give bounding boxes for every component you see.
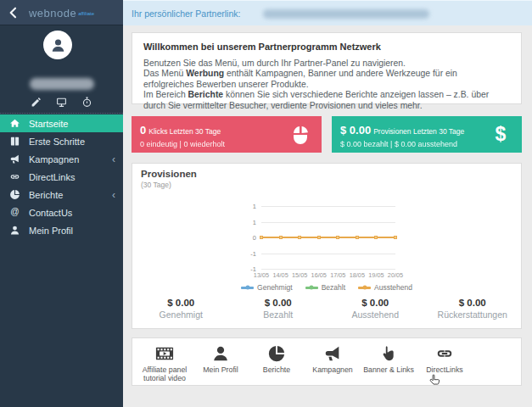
sidebar-item-label: Mein Profil [29, 226, 73, 236]
x-tick-label: 15/05 [292, 271, 307, 279]
sidebar-header: webnodeaffiliate [0, 0, 123, 25]
chart-stats-row: $ 0.00Genehmigt$ 0.00Bezahlt$ 0.00Ausste… [132, 298, 521, 320]
chart-stat-bezahlt: $ 0.00Bezahlt [230, 298, 328, 320]
shortcut-label: Berichte [263, 366, 290, 375]
user-icon [9, 225, 20, 236]
chart-title: Provisionen [141, 169, 197, 179]
legend-item-genehmigt[interactable]: Genehmigt [241, 283, 293, 292]
stat-label: Bezahlt [230, 309, 328, 320]
clicks-stat-card[interactable]: 0Klicks Letzten 30 Tage 0 eindeutig | 0 … [132, 116, 322, 153]
sidebar-item-startseite[interactable]: Startseite [0, 114, 123, 132]
welcome-line: Benutzen Sie das Menü, um durch Ihr Part… [143, 59, 510, 69]
stopwatch-icon[interactable] [81, 96, 93, 108]
shortcuts-card: Affiliate panel tutorial videoMein Profi… [132, 337, 522, 386]
sidebar-item-label: Berichte [29, 190, 63, 200]
data-point-marker [279, 236, 283, 239]
sidebar-item-directlinks[interactable]: DirectLinks [0, 168, 123, 186]
welcome-body: Benutzen Sie das Menü, um durch Ihr Part… [143, 59, 510, 111]
legend-marker [241, 287, 254, 289]
shortcut-kampagnen[interactable]: Kampagnen [305, 344, 361, 375]
shortcut-label: Mein Profil [203, 366, 238, 375]
legend-marker [358, 287, 371, 289]
commissions-sub: $ 0.00 bezahlt | $ 0.00 ausstehend [340, 140, 513, 148]
sidebar-item-kampagnen[interactable]: Kampagnen‹ [0, 150, 123, 168]
shortcut-directlinks[interactable]: DirectLinks [417, 344, 473, 375]
main-content: Willkommen bei unserem Partnerprogramm N… [123, 25, 532, 407]
mouse-icon [290, 125, 311, 145]
legend-label: Genehmigt [257, 283, 293, 292]
x-tick-label: 17/05 [330, 271, 345, 279]
chart-x-axis: 13/0514/0515/0516/0517/0518/0519/0520/05 [261, 271, 395, 280]
shortcut-label: DirectLinks [426, 366, 463, 375]
shortcut-banner-links[interactable]: Banner & Links [361, 344, 417, 375]
legend-label: Ausstehend [374, 283, 412, 292]
y-tick-label: 0 [253, 234, 256, 242]
y-tick-label: 1 [253, 203, 256, 210]
sidebar-item-mein-profil[interactable]: Mein Profil [0, 221, 123, 239]
chart-subtitle: (30 Tage) [141, 181, 171, 189]
data-point-marker [356, 236, 359, 239]
sidebar-item-label: DirectLinks [29, 172, 75, 182]
partner-link-blurred[interactable] [263, 9, 429, 19]
pie-icon [9, 189, 20, 200]
sidebar-menu: StartseiteErste SchritteKampagnen‹Direct… [0, 114, 123, 239]
clicks-sub: 0 eindeutig | 0 wiederholt [140, 140, 313, 148]
sidebar-item-label: Kampagnen [29, 154, 79, 164]
gridline [261, 222, 395, 223]
y-tick-label: -1 [250, 249, 256, 257]
stat-value: $ 0.00 [424, 298, 522, 308]
stat-label: Ausstehend [327, 309, 424, 320]
x-tick-label: 20/05 [388, 271, 403, 279]
sidebar-item-contactus[interactable]: @ContactUs [0, 204, 123, 221]
data-point-marker [336, 236, 339, 239]
sidebar-profile [0, 25, 123, 114]
legend-marker [305, 287, 318, 289]
sidebar-item-label: Startseite [29, 119, 68, 129]
stat-value: $ 0.00 [132, 298, 230, 308]
pencil-icon[interactable] [31, 96, 42, 108]
partner-link-label: Ihr persönlicher Partnerlink: [132, 1, 240, 26]
chart-stat-ausstehend: $ 0.00Ausstehend [327, 298, 424, 320]
sidebar-item-label: ContactUs [29, 208, 72, 218]
commissions-stat-card[interactable]: $ 0.00Provisionen Letzten 30 Tage $ 0.00… [332, 116, 522, 153]
data-point-marker [374, 236, 378, 239]
shortcut-berichte[interactable]: Berichte [249, 344, 305, 375]
partner-link-bar: Ihr persönlicher Partnerlink: [123, 0, 532, 25]
x-tick-label: 13/05 [254, 271, 269, 279]
dollar-icon: $ [490, 125, 511, 145]
profile-actions [0, 96, 123, 108]
sidebar-item-berichte[interactable]: Berichte‹ [0, 186, 123, 204]
x-tick-label: 16/05 [311, 271, 327, 279]
welcome-line: Im Bereich Berichte können Sie sich vers… [143, 90, 510, 111]
book-icon [9, 136, 20, 147]
commissions-chart-card: Provisionen (30 Tage) 110-1-1 13/0514/05… [132, 163, 522, 329]
legend-item-bezahlt[interactable]: Bezahlt [305, 283, 345, 292]
shortcut-affiliate-panel-tutorial-video[interactable]: Affiliate panel tutorial video [137, 344, 193, 382]
hand-icon [379, 344, 398, 363]
chart-legend: GenehmigtBezahltAusstehend [132, 283, 521, 292]
megaphone-icon [9, 153, 20, 164]
links-icon [435, 344, 454, 363]
affiliate-dashboard: webnodeaffiliate StartseiteErste Schritt… [0, 0, 532, 407]
film-icon [155, 344, 174, 363]
chart-stat-r-ckerstattungen: $ 0.00Rückerstattungen [424, 298, 522, 320]
commissions-value: $ 0.00 [340, 124, 371, 137]
svg-text:$: $ [496, 125, 507, 145]
pie-icon [267, 344, 286, 363]
avatar [43, 31, 72, 59]
x-tick-label: 18/05 [350, 271, 365, 279]
data-point-marker [394, 236, 397, 239]
shortcut-mein-profil[interactable]: Mein Profil [193, 344, 249, 375]
monitor-icon[interactable] [56, 96, 68, 108]
welcome-card: Willkommen bei unserem Partnerprogramm N… [132, 32, 522, 104]
username-blurred [30, 78, 94, 90]
clicks-value: 0 [140, 124, 146, 137]
svg-text:@: @ [10, 207, 19, 216]
gridline [261, 206, 395, 207]
stat-label: Genehmigt [132, 309, 230, 320]
webnode-logo: webnodeaffiliate [0, 0, 123, 25]
x-tick-label: 14/05 [272, 271, 288, 279]
shortcut-label: Affiliate panel tutorial video [138, 366, 191, 382]
legend-item-ausstehend[interactable]: Ausstehend [358, 283, 412, 292]
sidebar-item-erste-schritte[interactable]: Erste Schritte [0, 132, 123, 150]
